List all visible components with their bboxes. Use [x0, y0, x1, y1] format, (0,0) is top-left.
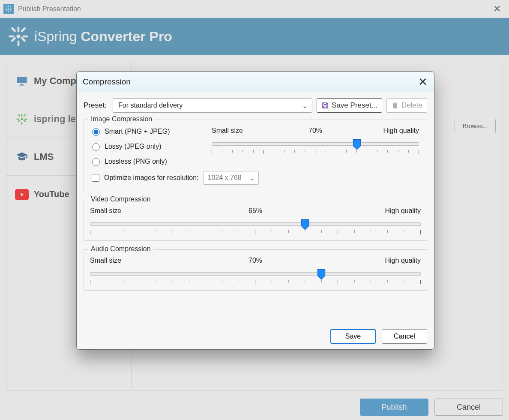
- audio-compression-group: Audio Compression Small size 70% High qu…: [84, 249, 427, 291]
- delete-preset-button: Delete: [386, 98, 427, 113]
- radio-label: Smart (PNG + JPEG): [105, 128, 170, 135]
- dialog-close-icon[interactable]: ✕: [416, 75, 430, 89]
- video-quality-slider[interactable]: [90, 220, 421, 234]
- preset-combo[interactable]: For standard delivery ⌄: [113, 98, 312, 113]
- preset-label: Preset:: [84, 101, 108, 110]
- chevron-down-icon: ⌄: [249, 174, 255, 182]
- dialog-cancel-button[interactable]: Cancel: [382, 329, 427, 344]
- radio-lossy[interactable]: Lossy (JPEG only): [90, 142, 197, 151]
- group-title: Audio Compression: [88, 245, 153, 253]
- save-preset-label: Save Preset...: [332, 101, 377, 110]
- radio-smart-input[interactable]: [92, 128, 100, 136]
- compression-dialog: Compression ✕ Preset: For standard deliv…: [76, 71, 434, 350]
- chevron-down-icon: ⌄: [302, 102, 308, 110]
- preset-combo-value: For standard delivery: [118, 102, 183, 109]
- slider-value-label: 70%: [212, 127, 419, 135]
- resolution-value: 1024 x 768: [208, 174, 242, 182]
- radio-label: Lossy (JPEG only): [105, 143, 161, 150]
- floppy-icon: [321, 102, 329, 109]
- video-compression-group: Video Compression Small size 65% High qu…: [84, 200, 427, 241]
- dialog-title: Compression: [83, 77, 131, 87]
- audio-quality-slider[interactable]: [90, 270, 421, 284]
- slider-value-label: 70%: [90, 257, 421, 264]
- radio-label: Lossless (PNG only): [105, 158, 167, 165]
- optimize-label: Optimize images for resolution:: [104, 174, 199, 182]
- radio-lossless-input[interactable]: [92, 158, 100, 166]
- image-quality-slider[interactable]: [212, 140, 419, 154]
- resolution-combo[interactable]: 1024 x 768 ⌄: [203, 171, 259, 185]
- radio-lossy-input[interactable]: [92, 143, 100, 151]
- group-title: Video Compression: [88, 195, 153, 203]
- optimize-checkbox-input[interactable]: [92, 174, 99, 182]
- save-preset-button[interactable]: Save Preset...: [317, 98, 382, 113]
- delete-preset-label: Delete: [401, 101, 422, 110]
- radio-lossless[interactable]: Lossless (PNG only): [90, 157, 197, 166]
- dialog-save-button[interactable]: Save: [330, 329, 376, 344]
- optimize-checkbox[interactable]: Optimize images for resolution:: [90, 173, 199, 183]
- group-title: Image Compression: [88, 115, 155, 123]
- slider-value-label: 65%: [90, 207, 421, 215]
- image-compression-group: Image Compression Smart (PNG + JPEG) Los…: [84, 120, 427, 191]
- trash-icon: [391, 102, 399, 109]
- radio-smart[interactable]: Smart (PNG + JPEG): [90, 127, 197, 136]
